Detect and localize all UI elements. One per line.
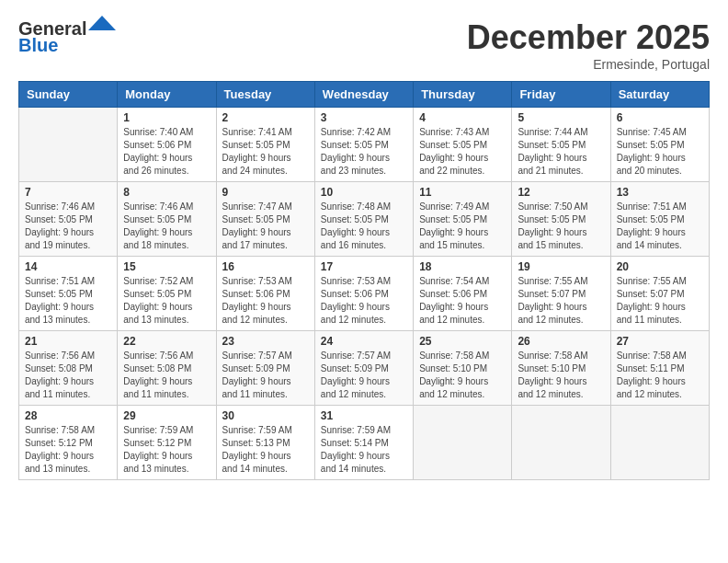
location-text: Ermesinde, Portugal <box>467 57 710 72</box>
day-info: Sunrise: 7:48 AM Sunset: 5:05 PM Dayligh… <box>321 201 407 252</box>
day-info: Sunrise: 7:40 AM Sunset: 5:06 PM Dayligh… <box>123 126 210 178</box>
day-info: Sunrise: 7:42 AM Sunset: 5:05 PM Dayligh… <box>321 126 407 178</box>
day-info: Sunrise: 7:52 AM Sunset: 5:05 PM Dayligh… <box>123 275 210 327</box>
calendar-day-cell: 3Sunrise: 7:42 AM Sunset: 5:05 PM Daylig… <box>314 108 413 182</box>
day-number: 22 <box>123 335 210 348</box>
day-info: Sunrise: 7:43 AM Sunset: 5:05 PM Dayligh… <box>419 126 506 178</box>
day-of-week-header: Thursday <box>414 82 512 108</box>
day-number: 26 <box>518 335 604 348</box>
calendar-day-cell: 28Sunrise: 7:58 AM Sunset: 5:12 PM Dayli… <box>19 406 118 480</box>
calendar-day-cell <box>414 406 512 480</box>
day-number: 30 <box>222 409 309 422</box>
day-info: Sunrise: 7:59 AM Sunset: 5:12 PM Dayligh… <box>123 424 210 476</box>
day-info: Sunrise: 7:51 AM Sunset: 5:05 PM Dayligh… <box>617 201 703 252</box>
day-info: Sunrise: 7:58 AM Sunset: 5:12 PM Dayligh… <box>25 424 111 476</box>
day-number: 1 <box>123 111 210 124</box>
calendar-day-cell: 6Sunrise: 7:45 AM Sunset: 5:05 PM Daylig… <box>610 108 709 182</box>
calendar-day-cell: 17Sunrise: 7:53 AM Sunset: 5:06 PM Dayli… <box>314 257 413 331</box>
calendar-day-cell: 2Sunrise: 7:41 AM Sunset: 5:05 PM Daylig… <box>216 108 314 182</box>
day-number: 28 <box>25 409 111 422</box>
day-info: Sunrise: 7:51 AM Sunset: 5:05 PM Dayligh… <box>25 275 111 327</box>
day-of-week-header: Monday <box>118 82 216 108</box>
day-number: 16 <box>222 260 309 273</box>
day-info: Sunrise: 7:46 AM Sunset: 5:05 PM Dayligh… <box>123 201 210 252</box>
day-number: 19 <box>518 260 604 273</box>
day-number: 10 <box>321 186 407 199</box>
day-number: 27 <box>617 335 703 348</box>
page-header: General Blue December 2025 Ermesinde, Po… <box>18 18 710 72</box>
title-block: December 2025 Ermesinde, Portugal <box>467 18 710 72</box>
day-of-week-header: Tuesday <box>216 82 314 108</box>
calendar-day-cell: 29Sunrise: 7:59 AM Sunset: 5:12 PM Dayli… <box>118 406 216 480</box>
day-number: 17 <box>321 260 407 273</box>
calendar-table: SundayMondayTuesdayWednesdayThursdayFrid… <box>18 81 710 480</box>
calendar-day-cell: 16Sunrise: 7:53 AM Sunset: 5:06 PM Dayli… <box>216 257 314 331</box>
calendar-week-row: 7Sunrise: 7:46 AM Sunset: 5:05 PM Daylig… <box>19 182 710 257</box>
day-info: Sunrise: 7:41 AM Sunset: 5:05 PM Dayligh… <box>222 126 309 178</box>
logo: General Blue <box>18 18 116 55</box>
calendar-day-cell: 25Sunrise: 7:58 AM Sunset: 5:10 PM Dayli… <box>414 331 512 406</box>
day-info: Sunrise: 7:54 AM Sunset: 5:06 PM Dayligh… <box>419 275 506 327</box>
day-number: 2 <box>222 111 309 124</box>
day-info: Sunrise: 7:45 AM Sunset: 5:05 PM Dayligh… <box>617 126 703 178</box>
day-info: Sunrise: 7:58 AM Sunset: 5:11 PM Dayligh… <box>617 350 703 401</box>
day-number: 4 <box>419 111 506 124</box>
day-number: 9 <box>222 186 309 199</box>
day-number: 23 <box>222 335 309 348</box>
day-number: 29 <box>123 409 210 422</box>
calendar-week-row: 1Sunrise: 7:40 AM Sunset: 5:06 PM Daylig… <box>19 108 710 182</box>
day-of-week-header: Wednesday <box>314 82 413 108</box>
day-number: 7 <box>25 186 111 199</box>
day-number: 24 <box>321 335 407 348</box>
calendar-day-cell: 15Sunrise: 7:52 AM Sunset: 5:05 PM Dayli… <box>118 257 216 331</box>
calendar-day-cell: 12Sunrise: 7:50 AM Sunset: 5:05 PM Dayli… <box>512 182 610 257</box>
day-info: Sunrise: 7:53 AM Sunset: 5:06 PM Dayligh… <box>222 275 309 327</box>
calendar-day-cell: 26Sunrise: 7:58 AM Sunset: 5:10 PM Dayli… <box>512 331 610 406</box>
day-number: 5 <box>518 111 604 124</box>
day-number: 3 <box>321 111 407 124</box>
calendar-day-cell: 20Sunrise: 7:55 AM Sunset: 5:07 PM Dayli… <box>610 257 709 331</box>
day-number: 18 <box>419 260 506 273</box>
calendar-day-cell: 31Sunrise: 7:59 AM Sunset: 5:14 PM Dayli… <box>314 406 413 480</box>
calendar-day-cell: 18Sunrise: 7:54 AM Sunset: 5:06 PM Dayli… <box>414 257 512 331</box>
month-title: December 2025 <box>467 18 710 57</box>
day-info: Sunrise: 7:49 AM Sunset: 5:05 PM Dayligh… <box>419 201 506 252</box>
day-number: 6 <box>617 111 703 124</box>
logo-blue-text: Blue <box>18 35 116 55</box>
day-info: Sunrise: 7:55 AM Sunset: 5:07 PM Dayligh… <box>518 275 604 327</box>
calendar-day-cell: 11Sunrise: 7:49 AM Sunset: 5:05 PM Dayli… <box>414 182 512 257</box>
calendar-day-cell <box>610 406 709 480</box>
calendar-day-cell: 23Sunrise: 7:57 AM Sunset: 5:09 PM Dayli… <box>216 331 314 406</box>
svg-marker-0 <box>88 16 116 30</box>
day-number: 12 <box>518 186 604 199</box>
day-info: Sunrise: 7:57 AM Sunset: 5:09 PM Dayligh… <box>222 350 309 401</box>
day-number: 8 <box>123 186 210 199</box>
calendar-day-cell: 13Sunrise: 7:51 AM Sunset: 5:05 PM Dayli… <box>610 182 709 257</box>
calendar-day-cell: 21Sunrise: 7:56 AM Sunset: 5:08 PM Dayli… <box>19 331 118 406</box>
day-info: Sunrise: 7:53 AM Sunset: 5:06 PM Dayligh… <box>321 275 407 327</box>
calendar-day-cell <box>19 108 118 182</box>
day-info: Sunrise: 7:58 AM Sunset: 5:10 PM Dayligh… <box>419 350 506 401</box>
calendar-day-cell: 30Sunrise: 7:59 AM Sunset: 5:13 PM Dayli… <box>216 406 314 480</box>
calendar-day-cell: 5Sunrise: 7:44 AM Sunset: 5:05 PM Daylig… <box>512 108 610 182</box>
day-info: Sunrise: 7:46 AM Sunset: 5:05 PM Dayligh… <box>25 201 111 252</box>
calendar-day-cell: 27Sunrise: 7:58 AM Sunset: 5:11 PM Dayli… <box>610 331 709 406</box>
day-info: Sunrise: 7:56 AM Sunset: 5:08 PM Dayligh… <box>123 350 210 401</box>
calendar-day-cell <box>512 406 610 480</box>
day-of-week-header: Sunday <box>19 82 118 108</box>
day-number: 21 <box>25 335 111 348</box>
day-info: Sunrise: 7:47 AM Sunset: 5:05 PM Dayligh… <box>222 201 309 252</box>
day-number: 25 <box>419 335 506 348</box>
logo-icon <box>88 14 116 32</box>
day-info: Sunrise: 7:56 AM Sunset: 5:08 PM Dayligh… <box>25 350 111 401</box>
calendar-day-cell: 8Sunrise: 7:46 AM Sunset: 5:05 PM Daylig… <box>118 182 216 257</box>
day-number: 15 <box>123 260 210 273</box>
calendar-day-cell: 9Sunrise: 7:47 AM Sunset: 5:05 PM Daylig… <box>216 182 314 257</box>
calendar-header-row: SundayMondayTuesdayWednesdayThursdayFrid… <box>19 82 710 108</box>
calendar-day-cell: 10Sunrise: 7:48 AM Sunset: 5:05 PM Dayli… <box>314 182 413 257</box>
calendar-day-cell: 14Sunrise: 7:51 AM Sunset: 5:05 PM Dayli… <box>19 257 118 331</box>
day-number: 11 <box>419 186 506 199</box>
day-info: Sunrise: 7:44 AM Sunset: 5:05 PM Dayligh… <box>518 126 604 178</box>
calendar-day-cell: 1Sunrise: 7:40 AM Sunset: 5:06 PM Daylig… <box>118 108 216 182</box>
day-number: 14 <box>25 260 111 273</box>
